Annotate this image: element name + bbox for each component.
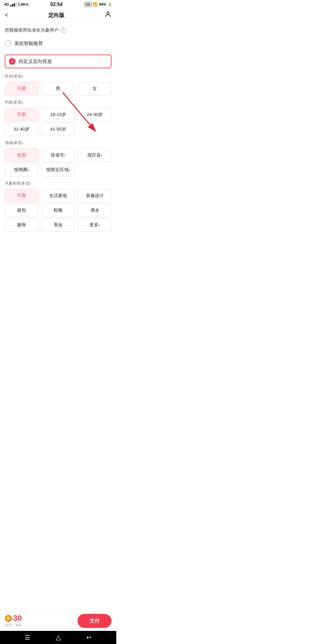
hd-badge: HD [84,2,92,7]
battery-icon: 🔋 [108,2,112,7]
check-mark: ✓ [11,60,14,64]
age-btn-18-23[interactable]: 18-23岁 [41,108,75,121]
age-btn-31-40[interactable]: 31-40岁 [5,123,38,136]
section-header: 把视频推荐给潜在兴趣用户 ? [5,27,112,33]
age-btn-41-50[interactable]: 41-50岁 [41,123,75,136]
interest-btn-alcohol[interactable]: 酒水 [78,204,112,217]
account-icon[interactable] [104,11,112,19]
signal-type: 4G [4,2,9,7]
interest-btn-appliance[interactable]: 生活家电 [41,189,75,202]
wifi-icon: 📶 [93,2,97,7]
system-recommend-label: 系统智能推荐 [14,41,43,47]
page-title: 定向版 [48,12,64,19]
interest-btn-beauty[interactable]: 美妆 [41,218,75,232]
header-text: 把视频推荐给潜在兴趣用户 [5,27,58,33]
region-options-row2: 按商圈› 按附近区域› [5,163,112,177]
custom-target-radio[interactable]: ✓ [9,58,16,65]
region-label: 地域(单选) [5,140,112,145]
interest-options-row3: 服饰 美妆 更多› [5,218,112,232]
age-options-row1: 不限 18-23岁 24-30岁 [5,108,112,121]
region-btn-circle[interactable]: 按商圈› [5,163,38,177]
interest-btn-fashion[interactable]: 服饰 [5,218,38,232]
status-right: HD 📶 94% 🔋 [84,2,112,7]
svg-point-0 [107,12,109,14]
status-time: 02:54 [50,2,63,7]
age-options-row2: 31-40岁 41-50岁 [5,123,112,136]
interest-options-row2: 箱包 鞋靴 酒水 [5,204,112,217]
system-recommend-radio[interactable] [5,40,11,47]
network-speed: 1.6K/s [18,2,28,7]
age-btn-unlimited[interactable]: 不限 [5,108,38,121]
interest-btn-bags[interactable]: 箱包 [5,204,38,217]
interest-btn-decor[interactable]: 装修设计 [78,189,112,202]
main-content: 把视频推荐给潜在兴趣用户 ? 系统智能推荐 ✓ 自定义定向投放 性别(单选) 不… [0,23,116,269]
interest-options-row1: 不限 生活家电 装修设计 [5,189,112,202]
battery-percent: 94% [99,2,106,7]
interest-btn-unlimited[interactable]: 不限 [5,189,38,202]
help-icon[interactable]: ? [61,28,66,33]
gender-label: 性别(单选) [5,74,112,79]
region-btn-nearby[interactable]: 按附近区域› [41,163,75,177]
system-recommend-option[interactable]: 系统智能推荐 [5,37,112,50]
interest-btn-more[interactable]: 更多› [78,218,112,232]
custom-target-option[interactable]: ✓ 自定义定向投放 [5,55,112,68]
status-bar: 4G 1.6K/s 02:54 HD 📶 94% 🔋 [0,0,116,8]
gender-btn-unlimited[interactable]: 不限 [5,82,38,95]
back-button[interactable]: < [5,12,8,18]
age-label: 年龄(多选) [5,100,112,105]
region-btn-district[interactable]: 按区县› [78,148,112,162]
gender-options: 不限 男 女 [5,82,112,95]
region-btn-national[interactable]: 全国 [5,148,38,162]
interest-btn-shoes[interactable]: 鞋靴 [41,204,75,217]
custom-target-label: 自定义定向投放 [18,58,52,65]
status-left: 4G 1.6K/s [4,2,28,7]
age-btn-24-30[interactable]: 24-30岁 [78,108,112,121]
region-options-row1: 全国 按省市› 按区县› [5,148,112,162]
gender-btn-female[interactable]: 女 [78,82,112,95]
signal-bars [10,2,17,7]
interest-label: 兴趣标签(多选) [5,181,112,186]
region-btn-province[interactable]: 按省市› [41,148,75,162]
nav-bar: < 定向版 [0,8,116,23]
radio-group: 系统智能推荐 [5,37,112,50]
gender-btn-male[interactable]: 男 [41,82,75,95]
